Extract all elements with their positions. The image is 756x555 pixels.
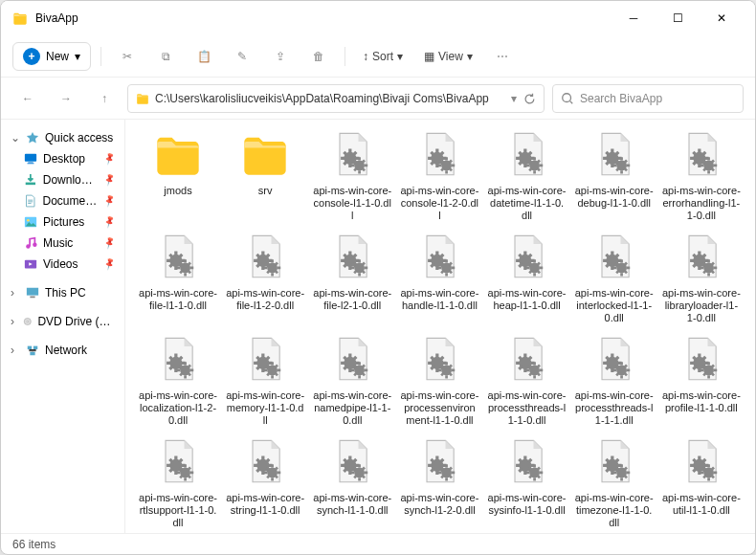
status-bar: 66 items	[1, 533, 755, 554]
copy-button[interactable]: ⧉	[149, 42, 182, 71]
search-placeholder: Search BivaApp	[580, 92, 662, 105]
rename-button[interactable]: ✎	[226, 42, 258, 71]
this-pc[interactable]: › This PC	[7, 282, 119, 303]
dll-icon	[414, 436, 464, 486]
file-name: api-ms-win-core-localization-l1-2-0.dll	[137, 389, 219, 427]
maximize-button[interactable]: ☐	[656, 1, 700, 35]
file-item[interactable]: api-ms-win-core-synch-l1-2-0.dll	[398, 434, 480, 529]
pin-icon: 📌	[102, 236, 117, 250]
file-name: api-ms-win-core-processthreads-l1-1-0.dl…	[486, 389, 568, 427]
cut-button[interactable]: ✂	[111, 42, 144, 71]
disc-icon	[23, 315, 33, 328]
folder-icon	[153, 129, 203, 179]
dll-icon	[502, 129, 552, 179]
delete-button[interactable]: 🗑	[302, 42, 335, 71]
file-item[interactable]: api-ms-win-core-util-l1-1-0.dll	[660, 434, 743, 529]
pc-icon	[26, 286, 39, 300]
doc-icon	[24, 194, 37, 208]
file-name: api-ms-win-core-heap-l1-1-0.dll	[486, 287, 568, 324]
dll-icon	[502, 436, 552, 486]
close-button[interactable]: ✕	[700, 1, 744, 35]
view-button[interactable]: ▦ View ▾	[416, 46, 480, 67]
view-label: View	[438, 50, 463, 63]
file-item[interactable]: api-ms-win-core-heap-l1-1-0.dll	[486, 230, 568, 324]
file-item[interactable]: api-ms-win-core-debug-l1-1-0.dll	[573, 127, 656, 222]
file-name: api-ms-win-core-timezone-l1-1-0.dll	[573, 492, 656, 529]
more-button[interactable]: ⋯	[486, 42, 519, 71]
dll-icon	[327, 436, 377, 486]
file-item[interactable]: api-ms-win-core-string-l1-1-0.dll	[224, 434, 306, 529]
folder-icon	[12, 11, 28, 26]
share-button[interactable]: ⇪	[264, 42, 297, 71]
back-button[interactable]: ←	[12, 83, 43, 114]
nav-item-desktop[interactable]: Desktop📌	[7, 148, 119, 169]
file-name: api-ms-win-core-processthreads-l1-1-1.dl…	[573, 389, 656, 427]
nav-item-downloads[interactable]: Downloads📌	[7, 169, 119, 190]
new-button[interactable]: + New ▾	[12, 42, 91, 71]
sort-button[interactable]: ↕ Sort ▾	[355, 46, 411, 67]
file-item[interactable]: api-ms-win-core-timezone-l1-1-0.dll	[573, 434, 656, 529]
file-item[interactable]: api-ms-win-core-datetime-l1-1-0.dll	[486, 127, 568, 222]
up-button[interactable]: ↑	[89, 83, 120, 114]
file-item[interactable]: api-ms-win-core-sysinfo-l1-1-0.dll	[486, 434, 568, 529]
file-item[interactable]: api-ms-win-core-profile-l1-1-0.dll	[660, 332, 743, 427]
file-item[interactable]: api-ms-win-core-namedpipe-l1-1-0.dll	[311, 332, 393, 427]
refresh-icon[interactable]	[523, 92, 536, 105]
dll-icon	[414, 334, 464, 384]
svg-point-18	[563, 93, 571, 101]
file-item[interactable]: api-ms-win-core-processenvironment-l1-1-…	[398, 332, 480, 427]
dvd-drive[interactable]: › DVD Drive (D:) CCCC	[7, 311, 119, 332]
file-item[interactable]: api-ms-win-core-synch-l1-1-0.dll	[311, 434, 393, 529]
search-input[interactable]: Search BivaApp	[552, 84, 744, 113]
file-item[interactable]: api-ms-win-core-handle-l1-1-0.dll	[398, 230, 480, 324]
chevron-down-icon[interactable]: ▾	[511, 92, 517, 105]
nav-item-documents[interactable]: Documents📌	[7, 190, 119, 211]
thispc-label: This PC	[45, 286, 86, 300]
monitor-icon	[24, 152, 37, 166]
file-item[interactable]: api-ms-win-core-processthreads-l1-1-0.dl…	[486, 332, 568, 427]
paste-button[interactable]: 📋	[188, 42, 220, 71]
file-item[interactable]: api-ms-win-core-processthreads-l1-1-1.dl…	[573, 332, 656, 427]
dll-icon	[677, 436, 726, 486]
file-item[interactable]: api-ms-win-core-memory-l1-1-0.dll	[224, 332, 306, 427]
forward-button[interactable]: →	[51, 83, 81, 114]
titlebar: BivaApp ─ ☐ ✕	[1, 1, 755, 35]
file-item[interactable]: api-ms-win-core-file-l1-2-0.dll	[224, 230, 306, 324]
dll-icon	[240, 334, 290, 384]
view-icon: ▦	[424, 50, 434, 63]
file-name: api-ms-win-core-synch-l1-2-0.dll	[398, 492, 480, 529]
pin-icon: 📌	[102, 257, 117, 271]
chevron-right-icon: ›	[11, 315, 17, 328]
quick-access[interactable]: ⌄ Quick access	[7, 127, 119, 148]
nav-item-pictures[interactable]: Pictures📌	[7, 211, 119, 233]
nav-item-music[interactable]: Music📌	[7, 233, 119, 254]
network[interactable]: › Network	[7, 340, 119, 361]
music-icon	[24, 236, 37, 250]
nav-item-label: Downloads	[43, 173, 99, 187]
file-item[interactable]: api-ms-win-core-interlocked-l1-1-0.dll	[573, 230, 656, 324]
file-item[interactable]: api-ms-win-core-localization-l1-2-0.dll	[137, 332, 219, 427]
dll-icon	[153, 436, 203, 486]
minimize-button[interactable]: ─	[611, 1, 656, 35]
dll-icon	[240, 436, 290, 486]
pin-icon: 📌	[102, 173, 117, 187]
file-item[interactable]: api-ms-win-core-file-l2-1-0.dll	[311, 230, 393, 324]
folder-icon	[136, 92, 149, 105]
video-icon	[24, 257, 37, 271]
file-item[interactable]: api-ms-win-core-console-l1-2-0.dll	[398, 127, 480, 222]
network-icon	[26, 344, 39, 357]
path-input[interactable]: C:\Users\karolisliucveikis\AppData\Roami…	[127, 84, 545, 113]
file-item[interactable]: api-ms-win-core-libraryloader-l1-1-0.dll	[660, 230, 743, 324]
file-item[interactable]: api-ms-win-core-console-l1-1-0.dll	[311, 127, 393, 222]
nav-item-videos[interactable]: Videos📌	[7, 254, 119, 275]
file-item[interactable]: api-ms-win-core-errorhandling-l1-1-0.dll	[660, 127, 743, 222]
pin-icon: 📌	[102, 215, 117, 229]
dll-icon	[327, 129, 377, 179]
nav-item-label: Documents	[43, 194, 100, 208]
folder-item[interactable]: jmods	[137, 127, 219, 222]
file-item[interactable]: api-ms-win-core-rtlsupport-l1-1-0.dll	[137, 434, 219, 529]
folder-item[interactable]: srv	[224, 127, 306, 222]
folder-icon	[240, 129, 290, 179]
file-item[interactable]: api-ms-win-core-file-l1-1-0.dll	[137, 230, 219, 324]
file-name: api-ms-win-core-errorhandling-l1-1-0.dll	[660, 185, 743, 222]
